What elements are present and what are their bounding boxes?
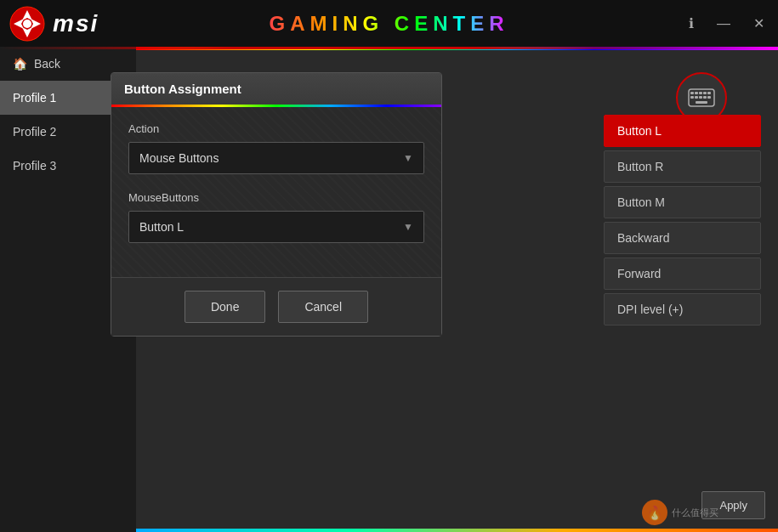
mouse-buttons-select-arrow-icon: ▼	[403, 221, 413, 233]
info-button[interactable]: ℹ	[684, 12, 699, 35]
action-field-group: Action Mouse Buttons ▼	[128, 122, 424, 174]
dialog-body: Action Mouse Buttons ▼ MouseButtons Butt…	[111, 105, 441, 277]
button-assignment-dialog: Button Assignment Action Mouse Buttons ▼…	[111, 72, 442, 337]
dialog-footer: Done Cancel	[111, 277, 441, 336]
msi-brand-text: msi	[53, 10, 99, 37]
action-select-value: Mouse Buttons	[139, 151, 219, 165]
mouse-buttons-label: MouseButtons	[128, 191, 424, 204]
action-label: Action	[128, 122, 424, 135]
title-bar: msi GAMING CENTER ℹ — ✕	[0, 0, 778, 47]
close-button[interactable]: ✕	[748, 12, 769, 35]
msi-logo-icon	[9, 5, 46, 42]
dialog-header: Button Assignment	[111, 73, 441, 105]
window-controls: ℹ — ✕	[684, 12, 769, 35]
action-select-arrow-icon: ▼	[403, 152, 413, 164]
svg-point-5	[23, 20, 31, 28]
mouse-buttons-select-value: Button L	[139, 220, 184, 234]
done-button[interactable]: Done	[185, 291, 265, 323]
minimize-button[interactable]: —	[712, 13, 735, 35]
cancel-button[interactable]: Cancel	[278, 291, 368, 323]
dialog-overlay: Button Assignment Action Mouse Buttons ▼…	[0, 47, 778, 532]
action-select[interactable]: Mouse Buttons ▼	[128, 142, 424, 174]
logo-area: msi	[0, 5, 99, 42]
mouse-buttons-field-group: MouseButtons Button L ▼	[128, 191, 424, 243]
mouse-buttons-select[interactable]: Button L ▼	[128, 211, 424, 243]
dialog-title: Button Assignment	[124, 82, 241, 96]
gaming-center-title: GAMING CENTER	[270, 12, 509, 36]
